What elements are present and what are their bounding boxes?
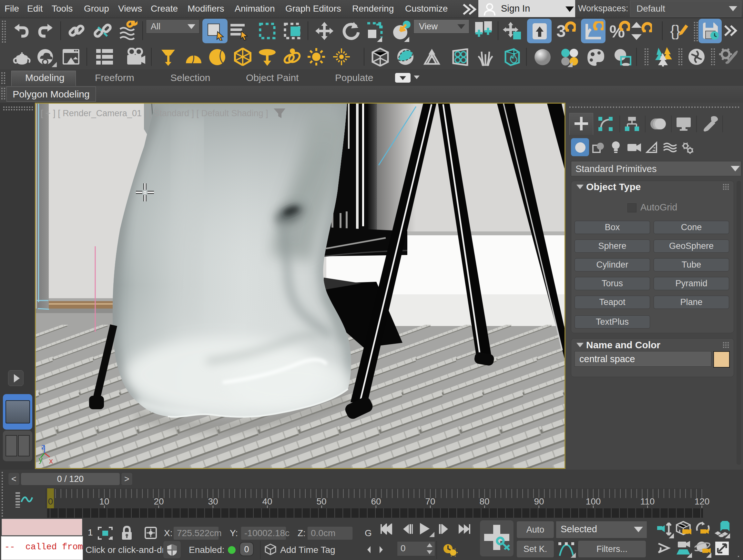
- svg-text:[ + ] [ Render_Camera_01 ] [: [ + ] [ Render_Camera_01 ] [ Standard ] …: [41, 109, 268, 118]
- svg-text:{}: {}: [670, 22, 681, 39]
- svg-text:y: y: [39, 455, 43, 464]
- svg-text:3: 3: [557, 21, 566, 40]
- svg-text:x: x: [49, 457, 53, 465]
